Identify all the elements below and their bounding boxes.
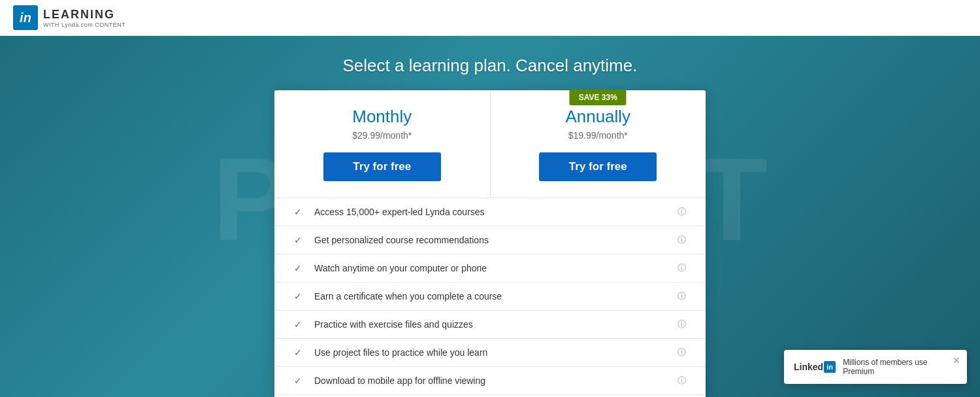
check-icon: ✓ bbox=[294, 207, 304, 217]
pricing-card: Monthly $29.99/month* Try for free SAVE … bbox=[274, 90, 706, 397]
header: in LEARNING WITH Lynda.com CONTENT bbox=[0, 0, 980, 36]
save-badge: SAVE 33% bbox=[570, 90, 627, 105]
check-icon: ✓ bbox=[294, 291, 304, 302]
info-icon[interactable]: ⓘ bbox=[678, 206, 686, 218]
plan-annually-price: $19.99/month* bbox=[504, 130, 693, 141]
info-icon[interactable]: ⓘ bbox=[678, 290, 686, 302]
info-icon[interactable]: ⓘ bbox=[678, 375, 686, 387]
feature-item: ✓Access 15,000+ expert-led Lynda courses… bbox=[274, 198, 706, 226]
logo-sub-text: WITH Lynda.com CONTENT bbox=[43, 22, 125, 28]
plan-monthly-price: $29.99/month* bbox=[287, 130, 477, 141]
main-content: Select a learning plan. Cancel anytime. … bbox=[0, 36, 980, 397]
feature-item: ✓Download to mobile app for offline view… bbox=[274, 367, 706, 395]
linked-text: Linked bbox=[794, 362, 823, 372]
premium-logo: Linked in bbox=[794, 361, 836, 373]
premium-message: Millions of members use Premium bbox=[843, 358, 944, 376]
plan-annually: SAVE 33% Annually $19.99/month* Try for … bbox=[491, 90, 706, 198]
check-icon: ✓ bbox=[294, 263, 304, 273]
close-notification-button[interactable]: ✕ bbox=[953, 355, 960, 366]
feature-text: Download to mobile app for offline viewi… bbox=[314, 375, 668, 386]
premium-notification: Linked in Millions of members use Premiu… bbox=[784, 350, 967, 384]
feature-text: Practice with exercise files and quizzes bbox=[314, 319, 668, 330]
feature-text: Earn a certificate when you complete a c… bbox=[314, 291, 668, 302]
feature-item: ✓Earn a certificate when you complete a … bbox=[274, 283, 706, 311]
plan-monthly-name: Monthly bbox=[287, 107, 477, 127]
logo-container: in LEARNING WITH Lynda.com CONTENT bbox=[13, 5, 125, 30]
try-free-monthly-button[interactable]: Try for free bbox=[323, 152, 441, 181]
logo-text: LEARNING WITH Lynda.com CONTENT bbox=[43, 8, 125, 28]
feature-item: ✓Practice with exercise files and quizze… bbox=[274, 311, 706, 339]
info-icon[interactable]: ⓘ bbox=[678, 234, 686, 246]
feature-text: Watch anytime on your computer or phone bbox=[314, 263, 668, 273]
features-list: ✓Access 15,000+ expert-led Lynda courses… bbox=[274, 198, 706, 397]
feature-item: ✓Use project files to practice while you… bbox=[274, 339, 706, 367]
info-icon[interactable]: ⓘ bbox=[678, 347, 686, 358]
page-title: Select a learning plan. Cancel anytime. bbox=[343, 56, 638, 76]
feature-item: ✓Get personalized course recommendations… bbox=[274, 226, 706, 254]
plan-monthly: Monthly $29.99/month* Try for free bbox=[274, 90, 491, 198]
check-icon: ✓ bbox=[294, 375, 304, 386]
plans-header: Monthly $29.99/month* Try for free SAVE … bbox=[274, 90, 706, 198]
feature-item: ✓Watch anytime on your computer or phone… bbox=[274, 254, 706, 283]
logo-learning-text: LEARNING bbox=[43, 8, 125, 22]
try-free-annually-button[interactable]: Try for free bbox=[539, 152, 657, 181]
info-icon[interactable]: ⓘ bbox=[678, 319, 686, 330]
linkedin-logo: in bbox=[13, 5, 38, 30]
feature-text: Access 15,000+ expert-led Lynda courses bbox=[314, 207, 668, 217]
check-icon: ✓ bbox=[294, 319, 304, 330]
info-icon[interactable]: ⓘ bbox=[678, 262, 686, 274]
check-icon: ✓ bbox=[294, 235, 304, 245]
check-icon: ✓ bbox=[294, 347, 304, 358]
linkedin-in-box: in bbox=[824, 361, 836, 373]
feature-text: Get personalized course recommendations bbox=[314, 235, 668, 245]
feature-text: Use project files to practice while you … bbox=[314, 347, 668, 358]
plan-annually-name: Annually bbox=[504, 107, 693, 127]
